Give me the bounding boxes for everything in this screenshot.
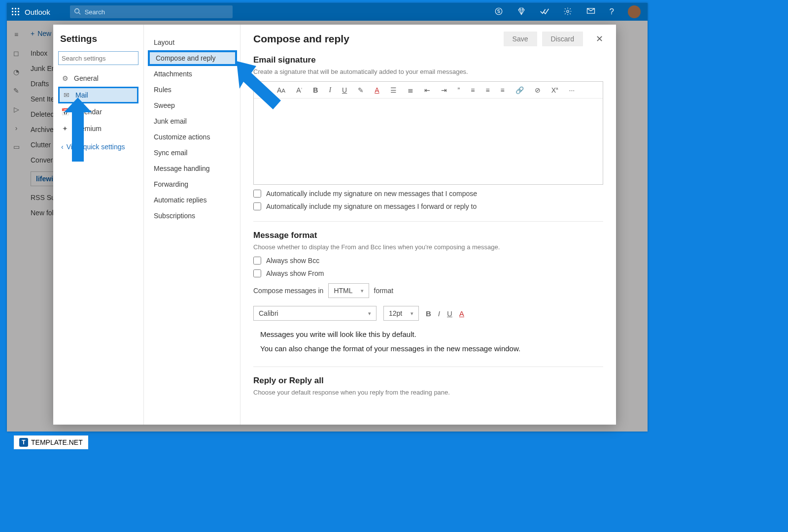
skype-icon[interactable] [494, 7, 503, 17]
subnav-item[interactable]: Layout [148, 34, 237, 50]
svg-rect-2 [18, 8, 19, 9]
checkbox-label: Automatically include my signature on me… [266, 202, 477, 210]
checkbox-input[interactable] [253, 190, 261, 198]
bullets-icon[interactable]: ☰ [390, 86, 397, 94]
subnav-item[interactable]: Sync email [148, 145, 237, 161]
checkbox-input[interactable] [253, 257, 261, 265]
svg-point-12 [566, 10, 569, 12]
unlink-icon[interactable]: ⊘ [535, 86, 541, 94]
show-bcc-checkbox[interactable]: Always show Bcc [253, 257, 603, 265]
subnav-item[interactable]: Message handling [148, 161, 237, 176]
subnav-item[interactable]: Automatic replies [148, 192, 237, 208]
save-button[interactable]: Save [504, 32, 537, 46]
paint-icon[interactable]: ◢ [261, 86, 266, 94]
discard-button[interactable]: Discard [542, 32, 583, 46]
italic-button[interactable]: I [329, 86, 331, 94]
editor-toolbar: ◢ AA A◦ B I U ✎ A ☰ ≣ ⇤ ⇥ ” ≡ ≡ [254, 82, 603, 99]
format-heading: Message format [253, 231, 603, 240]
settings-categories: Settings ⚙General✉Mail📅Calendar✦Premium … [53, 25, 144, 425]
align-left-icon[interactable]: ≡ [471, 86, 475, 94]
gear-icon[interactable] [563, 7, 572, 17]
quick-settings-label: View quick settings [67, 143, 125, 151]
compose-format-select[interactable]: HTML ▾ [328, 283, 369, 298]
align-center-icon[interactable]: ≡ [485, 86, 489, 94]
link-icon[interactable]: 🔗 [515, 86, 524, 94]
font-family-select[interactable]: Calibri ▾ [253, 306, 377, 321]
settings-category-item[interactable]: 📅Calendar [58, 103, 138, 120]
subnav-item[interactable]: Attachments [148, 66, 237, 82]
compose-in-label-pre: Compose messages in [253, 287, 323, 295]
reply-section: Reply or Reply all Choose your default r… [253, 376, 603, 396]
signature-desc: Create a signature that will be automati… [253, 68, 603, 75]
align-right-icon[interactable]: ≡ [501, 86, 505, 94]
divider [253, 366, 603, 367]
subnav-item[interactable]: Subscriptions [148, 208, 237, 224]
subnav-item[interactable]: Customize actions [148, 129, 237, 145]
compose-format-value: HTML [334, 287, 352, 295]
settings-dialog: Settings ⚙General✉Mail📅Calendar✦Premium … [53, 25, 616, 425]
avatar[interactable] [628, 5, 641, 18]
outdent-icon[interactable]: ⇤ [424, 86, 430, 94]
font-color-icon[interactable]: A [375, 86, 379, 94]
diamond-icon[interactable] [517, 7, 526, 17]
svg-rect-5 [18, 11, 19, 12]
watermark-label: TEMPLATE.NET [31, 438, 83, 446]
signature-heading: Email signature [253, 55, 603, 65]
subnav-item[interactable]: Sweep [148, 98, 237, 113]
font-color-button[interactable]: A [459, 309, 464, 318]
settings-category-item[interactable]: ⚙General [58, 70, 138, 87]
font-size-icon[interactable]: A◦ [296, 86, 302, 94]
subnav-item[interactable]: Forwarding [148, 176, 237, 192]
topbar: Outlook ? [7, 3, 648, 21]
settings-search-input[interactable] [58, 51, 138, 65]
show-from-checkbox[interactable]: Always show From [253, 269, 603, 277]
more-icon[interactable]: ··· [569, 86, 575, 94]
signature-editor[interactable]: ◢ AA A◦ B I U ✎ A ☰ ≣ ⇤ ⇥ ” ≡ ≡ [253, 81, 603, 185]
search-input[interactable] [85, 8, 229, 16]
brand-label: Outlook [25, 8, 70, 16]
category-icon: 📅 [61, 108, 69, 116]
bold-button[interactable]: B [313, 86, 318, 94]
quick-settings-link[interactable]: ‹ View quick settings [58, 140, 138, 154]
settings-category-item[interactable]: ✦Premium [58, 120, 138, 137]
indent-icon[interactable]: ⇥ [441, 86, 447, 94]
italic-button[interactable]: I [438, 309, 440, 318]
svg-rect-8 [18, 14, 19, 15]
font-family-icon[interactable]: AA [277, 86, 285, 94]
settings-subnav: LayoutCompose and replyAttachmentsRulesS… [144, 25, 240, 425]
include-sig-new-checkbox[interactable]: Automatically include my signature on ne… [253, 190, 603, 198]
subnav-item[interactable]: Rules [148, 82, 237, 98]
svg-rect-0 [12, 8, 13, 9]
checkbox-input[interactable] [253, 202, 261, 210]
watermark-icon: T [19, 438, 28, 447]
font-size-select[interactable]: 12pt ▾ [383, 306, 419, 321]
checkbox-label: Always show From [266, 269, 324, 277]
message-format-section: Message format Choose whether to display… [253, 231, 603, 356]
chevron-down-icon: ▾ [368, 310, 371, 317]
include-sig-reply-checkbox[interactable]: Automatically include my signature on me… [253, 202, 603, 210]
settings-category-item[interactable]: ✉Mail [58, 87, 138, 103]
checkbox-label: Always show Bcc [266, 257, 319, 265]
chevron-down-icon: ▾ [361, 288, 364, 294]
global-search[interactable] [70, 5, 233, 18]
settings-title: Settings [60, 33, 137, 44]
highlight-icon[interactable]: ✎ [358, 86, 364, 94]
subnav-item[interactable]: Compose and reply [148, 50, 237, 66]
quote-icon[interactable]: ” [458, 86, 460, 94]
app-launcher-icon[interactable] [7, 3, 25, 21]
notifications-icon[interactable] [586, 7, 596, 17]
preview-line-1: Messages you write will look like this b… [260, 328, 603, 342]
help-icon[interactable]: ? [610, 7, 614, 17]
underline-button[interactable]: U [447, 309, 452, 318]
checkmark-icon[interactable] [540, 7, 549, 17]
bold-button[interactable]: B [426, 309, 431, 318]
underline-button[interactable]: U [342, 86, 347, 94]
clear-format-icon[interactable]: Xa [551, 86, 558, 94]
numbering-icon[interactable]: ≣ [408, 86, 413, 94]
svg-rect-4 [15, 11, 16, 12]
divider [253, 221, 603, 222]
close-icon[interactable]: ✕ [596, 33, 603, 44]
font-family-value: Calibri [259, 309, 278, 317]
checkbox-input[interactable] [253, 269, 261, 277]
subnav-item[interactable]: Junk email [148, 113, 237, 129]
